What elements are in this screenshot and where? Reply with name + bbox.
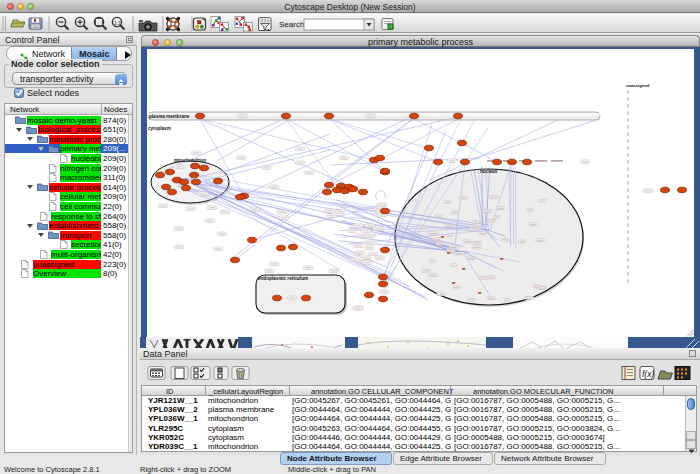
svg-text:1:1: 1:1 xyxy=(114,20,121,26)
svg-text:unassigned: unassigned xyxy=(626,83,650,88)
svg-text:endoplasmic reticulum: endoplasmic reticulum xyxy=(258,276,308,281)
svg-text:plasma membrane: plasma membrane xyxy=(149,114,190,119)
svg-text:Search:: Search: xyxy=(279,20,307,29)
svg-text:f(x): f(x) xyxy=(642,369,654,379)
svg-text:cytoplasm: cytoplasm xyxy=(148,126,171,131)
svg-text:mitochondrion: mitochondrion xyxy=(174,158,206,163)
svg-text:nucleus: nucleus xyxy=(480,169,498,174)
